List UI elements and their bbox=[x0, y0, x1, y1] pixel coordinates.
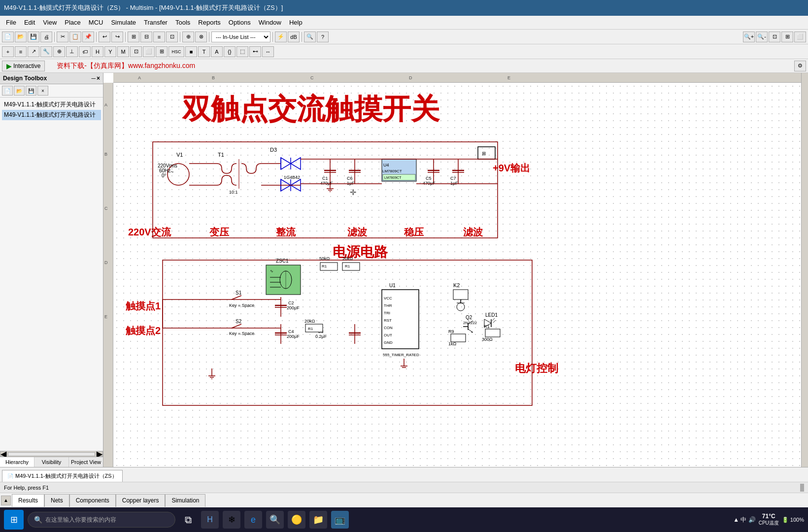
taskbar-app-yellow[interactable]: 🟡 bbox=[288, 511, 305, 529]
tb9[interactable]: 🔍 bbox=[304, 32, 316, 42]
t2b12[interactable]: ⊷ bbox=[249, 46, 261, 57]
sidebar-item-2[interactable]: M49-V1.1.1-触摸式灯开关电路设计 bbox=[2, 110, 101, 120]
wire-btn[interactable]: + bbox=[2, 46, 14, 57]
zoom-out[interactable]: 🔍- bbox=[756, 32, 768, 42]
print-btn[interactable]: 🖨 bbox=[40, 32, 52, 42]
tb3[interactable]: ≡ bbox=[153, 32, 165, 42]
comp-btn[interactable]: 🔧 bbox=[40, 46, 52, 57]
net-btn[interactable]: 🏷 bbox=[79, 46, 91, 57]
zoom-fit[interactable]: ⊡ bbox=[769, 32, 780, 42]
t2b7[interactable]: ■ bbox=[185, 46, 197, 57]
place-btn[interactable]: ↗ bbox=[28, 46, 39, 57]
undo-btn[interactable]: ↩ bbox=[99, 32, 110, 42]
t2b11[interactable]: ⬚ bbox=[236, 46, 248, 57]
tb4[interactable]: ⊡ bbox=[166, 32, 178, 42]
tb7[interactable]: ⚡ bbox=[275, 32, 287, 42]
results-tab-results[interactable]: Results bbox=[12, 494, 44, 507]
results-tab-components[interactable]: Components bbox=[69, 494, 116, 507]
tb10[interactable]: ? bbox=[317, 32, 329, 42]
tray-icons[interactable]: ▲ 中 🔊 bbox=[733, 516, 756, 524]
new-btn[interactable]: 📄 bbox=[2, 32, 14, 42]
sidebar-min-btn[interactable]: ─ bbox=[91, 75, 96, 82]
zoom-full[interactable]: ⬜ bbox=[794, 32, 806, 42]
sidebar-close-btn[interactable]: × bbox=[97, 75, 100, 82]
t2b8[interactable]: T bbox=[198, 46, 210, 57]
t2b13[interactable]: ↔ bbox=[262, 46, 274, 57]
gnd-btn[interactable]: ⊥ bbox=[66, 46, 78, 57]
t2b2[interactable]: Y bbox=[104, 46, 116, 57]
zoom-in[interactable]: 🔍+ bbox=[743, 32, 755, 42]
redo-btn[interactable]: ↪ bbox=[111, 32, 123, 42]
cut-btn[interactable]: ✂ bbox=[57, 32, 68, 42]
tb5[interactable]: ⊕ bbox=[182, 32, 194, 42]
menu-place[interactable]: Place bbox=[61, 17, 85, 28]
svg-text:20kΩ: 20kΩ bbox=[342, 256, 353, 261]
menu-reports[interactable]: Reports bbox=[194, 17, 225, 28]
results-up-btn[interactable]: ▲ bbox=[1, 496, 11, 505]
menu-window[interactable]: Window bbox=[255, 17, 285, 28]
taskbar-app-snowflake[interactable]: ❄ bbox=[223, 511, 240, 529]
cfg-btn[interactable]: ⚙ bbox=[794, 61, 806, 71]
tb8[interactable]: dB bbox=[288, 32, 300, 42]
start-button[interactable]: ⊞ bbox=[4, 510, 24, 530]
menu-view[interactable]: View bbox=[39, 17, 61, 28]
open-btn[interactable]: 📂 bbox=[15, 32, 27, 42]
menu-transfer[interactable]: Transfer bbox=[140, 17, 171, 28]
svg-line-70 bbox=[232, 296, 241, 299]
tab-project-view[interactable]: Project View bbox=[69, 457, 103, 467]
menu-help[interactable]: Help bbox=[285, 17, 306, 28]
sidebar-item-1[interactable]: M49-V1.1.1-触摸式灯开关电路设计 bbox=[2, 100, 101, 110]
save-design-btn[interactable]: 💾 bbox=[26, 86, 36, 96]
taskbar-app-multisim[interactable]: 📺 bbox=[331, 511, 349, 529]
menu-edit[interactable]: Edit bbox=[20, 17, 39, 28]
sidebar-tabs: Hierarchy Visibility Project View bbox=[0, 457, 103, 467]
sidebar-scrollbar[interactable]: ◀ ▶ bbox=[0, 451, 103, 457]
pwr-btn[interactable]: ⊕ bbox=[53, 46, 65, 57]
svg-text:R1: R1 bbox=[308, 327, 313, 331]
t2b5[interactable]: ⬜ bbox=[143, 46, 155, 57]
taskbar-app-ie[interactable]: e bbox=[244, 511, 262, 529]
results-tab-simulation[interactable]: Simulation bbox=[165, 494, 205, 507]
menu-simulate[interactable]: Simulate bbox=[107, 17, 140, 28]
tb6[interactable]: ⊗ bbox=[195, 32, 207, 42]
bus-btn[interactable]: ≡ bbox=[15, 46, 27, 57]
svg-text:R1: R1 bbox=[484, 324, 490, 329]
tab-hierarchy[interactable]: Hierarchy bbox=[0, 457, 34, 467]
play-button[interactable]: ▶ Interactive bbox=[2, 61, 45, 71]
menu-tools[interactable]: Tools bbox=[171, 17, 194, 28]
taskbar-app-server[interactable]: H bbox=[201, 511, 219, 529]
status-resize[interactable] bbox=[800, 484, 804, 492]
menu-mcu[interactable]: MCU bbox=[85, 17, 107, 28]
t2b9[interactable]: A bbox=[211, 46, 223, 57]
tab-visibility[interactable]: Visibility bbox=[34, 457, 69, 467]
results-tab-nets[interactable]: Nets bbox=[44, 494, 69, 507]
t2b6[interactable]: ⊞ bbox=[156, 46, 168, 57]
hsc-btn[interactable]: HSC bbox=[168, 46, 184, 57]
t2b10[interactable]: {} bbox=[224, 46, 236, 57]
taskbar-app-folder[interactable]: 📁 bbox=[309, 511, 327, 529]
taskbar-search[interactable]: 🔍 在这里输入你要搜索的内容 bbox=[28, 512, 175, 528]
tb1[interactable]: ⊞ bbox=[128, 32, 139, 42]
canvas-area[interactable]: A B C D E A B C D E 双触点交流触摸开关 220V交流 变压 … bbox=[103, 73, 808, 467]
zoom-area[interactable]: ⊞ bbox=[781, 32, 793, 42]
taskbar-app-search2[interactable]: 🔍 bbox=[266, 511, 284, 529]
open-design-btn[interactable]: 📂 bbox=[14, 86, 25, 96]
in-use-list[interactable]: --- In-Use List --- bbox=[211, 32, 270, 42]
menu-options[interactable]: Options bbox=[225, 17, 255, 28]
t2b4[interactable]: ⊡ bbox=[130, 46, 142, 57]
tb2[interactable]: ⊟ bbox=[140, 32, 152, 42]
new-design-btn[interactable]: 📄 bbox=[2, 86, 13, 96]
doc-tab-main[interactable]: 📄 M49-V1.1.1-触摸式灯开关电路设计（ZS） bbox=[2, 470, 123, 482]
menu-file[interactable]: File bbox=[2, 17, 20, 28]
paste-btn[interactable]: 📌 bbox=[82, 32, 94, 42]
results-tab-copper[interactable]: Copper layers bbox=[116, 494, 166, 507]
schematic-canvas[interactable]: 双触点交流触摸开关 220V交流 变压 整流 滤波 稳压 滤波 电源电路 +9V… bbox=[113, 83, 808, 467]
taskbar-taskview[interactable]: ⧉ bbox=[179, 511, 197, 529]
close-design-btn[interactable]: × bbox=[37, 86, 48, 96]
svg-line-129 bbox=[493, 320, 496, 323]
right-scrollbar[interactable] bbox=[801, 73, 808, 467]
save-btn[interactable]: 💾 bbox=[28, 32, 39, 42]
copy-btn[interactable]: 📋 bbox=[69, 32, 81, 42]
t2b3[interactable]: M bbox=[117, 46, 129, 57]
t2b1[interactable]: H bbox=[92, 46, 103, 57]
